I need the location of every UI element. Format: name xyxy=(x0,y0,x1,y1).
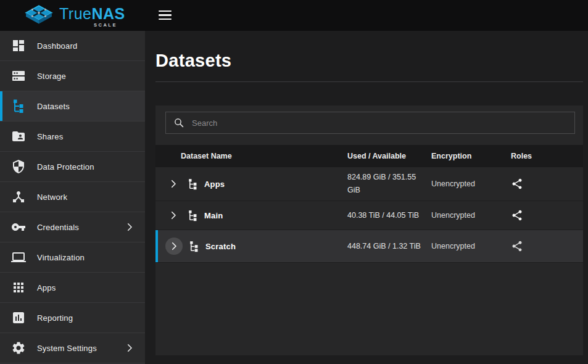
sidebar-item-label: Virtualization xyxy=(37,253,85,262)
table-header: Dataset Name Used / Available Encryption… xyxy=(155,145,583,167)
chevron-right-icon xyxy=(124,221,135,233)
sidebar-item-virtualization[interactable]: Virtualization xyxy=(0,242,145,273)
expand-chevron-icon[interactable] xyxy=(165,238,183,255)
sidebar-item-data-protection[interactable]: Data Protection xyxy=(0,152,145,182)
hamburger-menu-icon[interactable] xyxy=(159,9,172,22)
sidebar-item-reporting[interactable]: Reporting xyxy=(0,303,145,333)
title-divider xyxy=(155,81,583,82)
sidebar-item-label: Credentials xyxy=(37,223,79,232)
chart-icon xyxy=(11,310,26,325)
brand-name: TrueNAS xyxy=(59,6,125,22)
sidebar-item-dashboard[interactable]: Dashboard xyxy=(0,31,145,61)
column-header-dataset-name[interactable]: Dataset Name xyxy=(155,152,347,160)
column-header-used-available[interactable]: Used / Available xyxy=(347,152,431,160)
share-icon[interactable] xyxy=(511,240,523,252)
search-icon xyxy=(173,117,184,128)
sidebar: Dashboard Storage Datasets Shares Data P… xyxy=(0,31,145,364)
sidebar-item-storage[interactable]: Storage xyxy=(0,61,145,91)
sidebar-item-label: Shares xyxy=(37,132,63,141)
dataset-icon xyxy=(187,210,199,221)
encryption-value: Unencrypted xyxy=(431,180,511,188)
table-row[interactable]: Scratch 448.74 GiB / 1.32 TiB Unencrypte… xyxy=(155,230,583,263)
storage-icon xyxy=(11,68,26,83)
datasets-panel: Dataset Name Used / Available Encryption… xyxy=(155,105,583,355)
share-icon[interactable] xyxy=(511,209,523,221)
laptop-icon xyxy=(11,250,26,265)
brand-edition: SCALE xyxy=(94,23,125,28)
sidebar-item-credentials[interactable]: Credentials xyxy=(0,212,145,242)
used-available-value: 824.89 GiB / 351.55 GiB xyxy=(347,171,431,196)
used-available-value: 448.74 GiB / 1.32 TiB xyxy=(347,240,431,253)
table-row[interactable]: Main 40.38 TiB / 44.05 TiB Unencrypted xyxy=(155,201,583,230)
shares-icon xyxy=(11,129,26,144)
sidebar-item-network[interactable]: Network xyxy=(0,182,145,212)
sidebar-item-label: Reporting xyxy=(37,313,73,323)
main-content: Datasets Dataset Name Used / Available E… xyxy=(145,31,588,364)
datasets-icon xyxy=(11,99,26,114)
encryption-value: Unencrypted xyxy=(431,211,511,220)
network-icon xyxy=(11,189,26,204)
encryption-value: Unencrypted xyxy=(431,242,511,250)
topbar: TrueNAS SCALE xyxy=(0,0,588,31)
dataset-name: Apps xyxy=(204,180,225,189)
gear-icon xyxy=(11,341,26,355)
column-header-roles[interactable]: Roles xyxy=(511,152,583,160)
dataset-name: Scratch xyxy=(205,242,236,251)
expand-chevron-icon[interactable] xyxy=(165,176,181,192)
sidebar-item-apps[interactable]: Apps xyxy=(0,273,145,303)
truenas-logo-icon xyxy=(25,5,53,26)
table-row[interactable]: Apps 824.89 GiB / 351.55 GiB Unencrypted xyxy=(155,167,583,201)
sidebar-item-system-settings[interactable]: System Settings xyxy=(0,333,145,363)
sidebar-item-datasets[interactable]: Datasets xyxy=(0,91,145,122)
chevron-right-icon xyxy=(124,342,135,354)
used-available-value: 40.38 TiB / 44.05 TiB xyxy=(347,209,431,222)
truenas-logo[interactable]: TrueNAS SCALE xyxy=(25,5,125,27)
sidebar-item-label: Data Protection xyxy=(37,162,94,172)
apps-grid-icon xyxy=(11,280,26,295)
key-icon xyxy=(11,220,26,234)
sidebar-item-label: System Settings xyxy=(37,344,97,353)
page-title: Datasets xyxy=(155,31,583,71)
share-icon[interactable] xyxy=(511,178,523,190)
shield-icon xyxy=(11,159,26,174)
sidebar-item-shares[interactable]: Shares xyxy=(0,122,145,152)
expand-chevron-icon[interactable] xyxy=(165,207,181,223)
sidebar-item-label: Apps xyxy=(37,283,56,292)
column-header-encryption[interactable]: Encryption xyxy=(431,152,511,160)
dashboard-icon xyxy=(11,38,26,53)
sidebar-item-label: Storage xyxy=(37,72,66,81)
sidebar-item-label: Dashboard xyxy=(37,41,77,51)
sidebar-item-label: Datasets xyxy=(37,102,70,111)
dataset-icon xyxy=(187,178,199,190)
dataset-name: Main xyxy=(204,211,223,220)
search-box[interactable] xyxy=(165,112,575,134)
search-input[interactable] xyxy=(192,118,567,128)
brand-text: TrueNAS SCALE xyxy=(59,6,125,28)
sidebar-item-label: Network xyxy=(37,192,67,202)
dataset-icon xyxy=(188,241,200,252)
